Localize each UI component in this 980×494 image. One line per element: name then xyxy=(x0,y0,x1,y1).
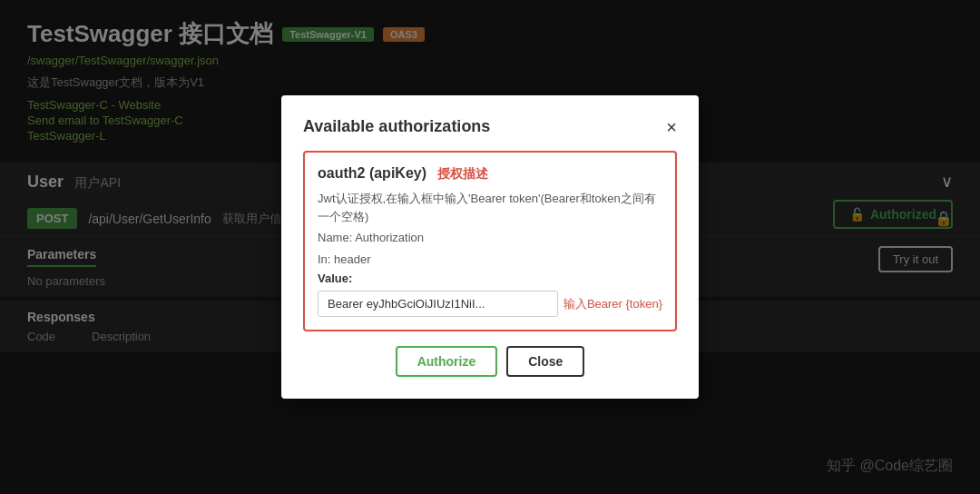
modal-title: Available authorizations xyxy=(303,117,490,136)
auth-input-row: 输入Bearer {token} xyxy=(318,291,662,317)
modal-close-button[interactable]: × xyxy=(666,118,677,136)
auth-description: Jwt认证授权,在输入框中输入'Bearer token'(Bearer和tok… xyxy=(318,190,662,225)
modal-footer: Authorize Close xyxy=(303,346,677,377)
auth-annotation: 授权描述 xyxy=(437,166,488,181)
modal-header: Available authorizations × xyxy=(303,117,677,136)
auth-box-header: oauth2 (apiKey) 授权描述 xyxy=(318,165,662,183)
auth-token-input[interactable] xyxy=(318,291,558,317)
auth-box-name: oauth2 (apiKey) xyxy=(318,165,426,181)
close-button[interactable]: Close xyxy=(506,346,584,377)
auth-modal: Available authorizations × oauth2 (apiKe… xyxy=(281,95,699,399)
page-container: TestSwagger 接口文档 TestSwagger-V1 OAS3 /sw… xyxy=(0,0,980,494)
auth-box: oauth2 (apiKey) 授权描述 Jwt认证授权,在输入框中输入'Bea… xyxy=(303,151,677,331)
input-annotation: 输入Bearer {token} xyxy=(564,296,662,312)
auth-value-label: Value: xyxy=(318,272,662,285)
authorize-button[interactable]: Authorize xyxy=(396,346,498,377)
modal-overlay: Available authorizations × oauth2 (apiKe… xyxy=(0,0,980,494)
auth-in-label: In: header xyxy=(318,251,662,269)
auth-name-label: Name: Authorization xyxy=(318,229,662,247)
